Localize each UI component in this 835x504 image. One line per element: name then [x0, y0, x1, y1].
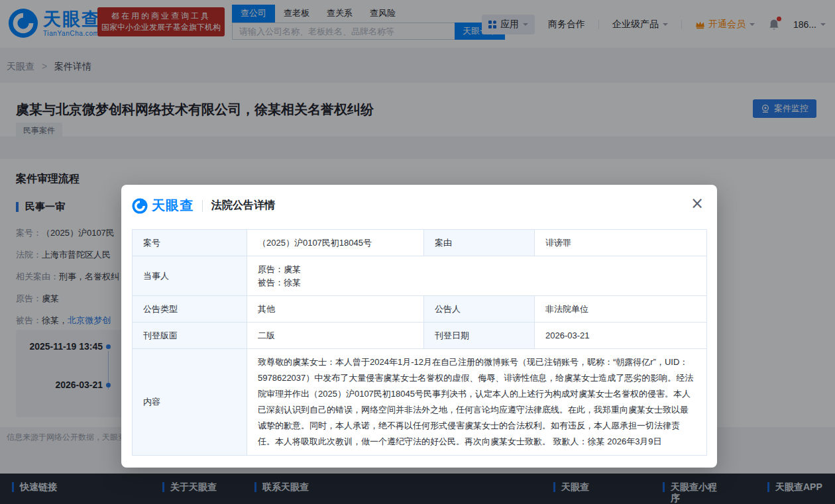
- defendant-line: 被告：徐某: [258, 276, 696, 289]
- plaintiff-line: 原告：虞某: [258, 263, 696, 276]
- cell-date-label: 刊登日期: [424, 323, 535, 349]
- announcement-table: 案号 （2025）沪0107民初18045号 案由 诽谤罪 当事人 原告：虞某 …: [132, 229, 707, 456]
- table-row: 案号 （2025）沪0107民初18045号 案由 诽谤罪: [133, 230, 707, 256]
- cell-announcer-label: 公告人: [424, 296, 535, 323]
- court-announcement-modal: 天眼查 法院公告详情 × 案号 （2025）沪0107民初18045号 案由 诽…: [121, 185, 717, 468]
- modal-title: 法院公告详情: [211, 199, 275, 213]
- cell-cause-label: 案由: [424, 230, 535, 256]
- cell-parties: 原告：虞某 被告：徐某: [247, 256, 707, 296]
- cell-date: 2026-03-21: [535, 323, 707, 349]
- cell-case-no: （2025）沪0107民初18045号: [247, 230, 424, 256]
- close-icon[interactable]: ×: [691, 195, 704, 211]
- cell-announcer: 非法院单位: [535, 296, 707, 323]
- modal-header: 天眼查 法院公告详情 ×: [132, 185, 706, 223]
- cell-case-no-label: 案号: [133, 230, 247, 256]
- cell-page: 二版: [247, 323, 424, 349]
- cell-type-label: 公告类型: [133, 296, 247, 323]
- cell-type: 其他: [247, 296, 424, 323]
- divider: [202, 200, 203, 212]
- cell-content: 致尊敬的虞某女士：本人曾于2024年1月-12月在自己注册的微博账号（现已注销账…: [247, 349, 707, 456]
- table-row: 内容 致尊敬的虞某女士：本人曾于2024年1月-12月在自己注册的微博账号（现已…: [133, 349, 707, 456]
- tianyancha-logo-icon: [132, 198, 148, 214]
- cell-cause: 诽谤罪: [535, 230, 707, 256]
- cell-content-label: 内容: [133, 349, 247, 456]
- table-row: 公告类型 其他 公告人 非法院单位: [133, 296, 707, 323]
- table-row: 当事人 原告：虞某 被告：徐某: [133, 256, 707, 296]
- table-row: 刊登版面 二版 刊登日期 2026-03-21: [133, 323, 707, 349]
- cell-parties-label: 当事人: [133, 256, 247, 296]
- page: 天眼查 TianYanCha.com 都在用的商业查询工具 国家中小企业发展子基…: [0, 0, 835, 504]
- cell-page-label: 刊登版面: [133, 323, 247, 349]
- modal-brand: 天眼查: [152, 197, 194, 215]
